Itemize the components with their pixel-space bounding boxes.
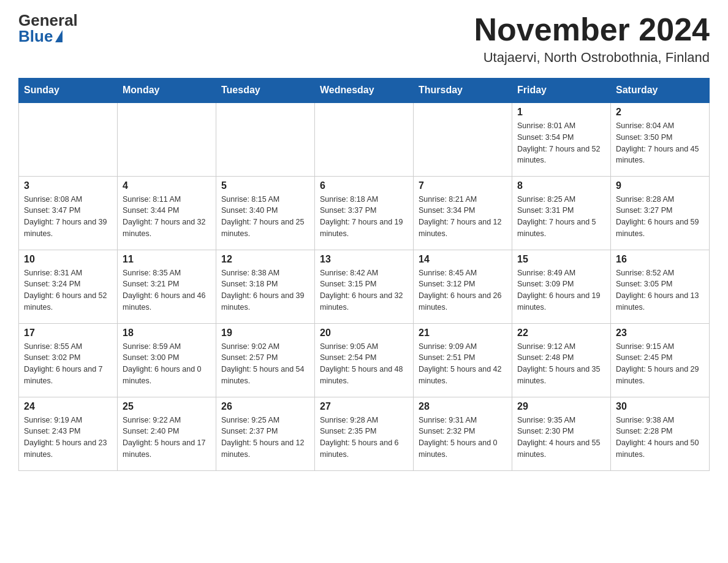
day-number: 30	[616, 401, 704, 412]
day-info: Sunrise: 9:09 AMSunset: 2:51 PMDaylight:…	[419, 341, 507, 387]
calendar-week-row: 17Sunrise: 8:55 AMSunset: 3:02 PMDayligh…	[19, 323, 710, 397]
day-info: Sunrise: 9:19 AMSunset: 2:43 PMDaylight:…	[24, 415, 112, 461]
day-number: 18	[123, 327, 211, 339]
page-header: General Blue November 2024 Utajaervi, No…	[18, 12, 710, 66]
calendar-cell: 12Sunrise: 8:38 AMSunset: 3:18 PMDayligh…	[216, 250, 315, 323]
calendar-cell: 20Sunrise: 9:05 AMSunset: 2:54 PMDayligh…	[315, 323, 414, 397]
day-info: Sunrise: 9:22 AMSunset: 2:40 PMDaylight:…	[123, 415, 211, 461]
day-info: Sunrise: 8:35 AMSunset: 3:21 PMDaylight:…	[123, 267, 211, 313]
column-header-sunday: Sunday	[19, 79, 118, 103]
calendar-week-row: 10Sunrise: 8:31 AMSunset: 3:24 PMDayligh…	[19, 250, 710, 323]
day-info: Sunrise: 9:12 AMSunset: 2:48 PMDaylight:…	[517, 341, 605, 387]
calendar-week-row: 1Sunrise: 8:01 AMSunset: 3:54 PMDaylight…	[19, 102, 710, 176]
calendar-header-row: SundayMondayTuesdayWednesdayThursdayFrid…	[19, 79, 710, 103]
day-info: Sunrise: 9:15 AMSunset: 2:45 PMDaylight:…	[616, 341, 704, 387]
day-number: 5	[221, 180, 309, 191]
day-number: 11	[123, 254, 211, 265]
calendar-cell: 23Sunrise: 9:15 AMSunset: 2:45 PMDayligh…	[611, 323, 710, 397]
calendar-cell	[19, 102, 118, 176]
day-number: 13	[320, 254, 408, 265]
day-number: 22	[517, 327, 605, 339]
logo-triangle-icon	[55, 30, 63, 42]
day-number: 29	[517, 401, 605, 412]
day-number: 9	[616, 180, 704, 191]
day-number: 12	[221, 254, 309, 265]
location-title: Utajaervi, North Ostrobothnia, Finland	[474, 50, 710, 66]
calendar-cell: 2Sunrise: 8:04 AMSunset: 3:50 PMDaylight…	[611, 102, 710, 176]
day-info: Sunrise: 8:49 AMSunset: 3:09 PMDaylight:…	[517, 267, 605, 313]
day-number: 7	[419, 180, 507, 191]
day-info: Sunrise: 8:15 AMSunset: 3:40 PMDaylight:…	[221, 194, 309, 240]
calendar-table: SundayMondayTuesdayWednesdayThursdayFrid…	[18, 78, 710, 471]
calendar-cell: 1Sunrise: 8:01 AMSunset: 3:54 PMDaylight…	[512, 102, 611, 176]
calendar-cell: 30Sunrise: 9:38 AMSunset: 2:28 PMDayligh…	[611, 397, 710, 470]
calendar-cell: 29Sunrise: 9:35 AMSunset: 2:30 PMDayligh…	[512, 397, 611, 470]
calendar-cell: 5Sunrise: 8:15 AMSunset: 3:40 PMDaylight…	[216, 176, 315, 250]
calendar-cell: 21Sunrise: 9:09 AMSunset: 2:51 PMDayligh…	[414, 323, 512, 397]
logo-blue-text: Blue	[18, 28, 63, 44]
calendar-week-row: 24Sunrise: 9:19 AMSunset: 2:43 PMDayligh…	[19, 397, 710, 470]
day-info: Sunrise: 9:38 AMSunset: 2:28 PMDaylight:…	[616, 415, 704, 461]
day-info: Sunrise: 8:28 AMSunset: 3:27 PMDaylight:…	[616, 194, 704, 240]
column-header-monday: Monday	[118, 79, 216, 103]
day-info: Sunrise: 8:08 AMSunset: 3:47 PMDaylight:…	[24, 194, 112, 240]
calendar-cell: 19Sunrise: 9:02 AMSunset: 2:57 PMDayligh…	[216, 323, 315, 397]
calendar-cell: 24Sunrise: 9:19 AMSunset: 2:43 PMDayligh…	[19, 397, 118, 470]
month-title: November 2024	[474, 12, 710, 47]
day-info: Sunrise: 8:11 AMSunset: 3:44 PMDaylight:…	[123, 194, 211, 240]
calendar-cell: 28Sunrise: 9:31 AMSunset: 2:32 PMDayligh…	[414, 397, 512, 470]
day-number: 28	[419, 401, 507, 412]
day-info: Sunrise: 8:45 AMSunset: 3:12 PMDaylight:…	[419, 267, 507, 313]
day-info: Sunrise: 8:42 AMSunset: 3:15 PMDaylight:…	[320, 267, 408, 313]
day-info: Sunrise: 8:38 AMSunset: 3:18 PMDaylight:…	[221, 267, 309, 313]
calendar-week-row: 3Sunrise: 8:08 AMSunset: 3:47 PMDaylight…	[19, 176, 710, 250]
day-info: Sunrise: 9:35 AMSunset: 2:30 PMDaylight:…	[517, 415, 605, 461]
calendar-cell: 8Sunrise: 8:25 AMSunset: 3:31 PMDaylight…	[512, 176, 611, 250]
calendar-cell: 16Sunrise: 8:52 AMSunset: 3:05 PMDayligh…	[611, 250, 710, 323]
day-info: Sunrise: 9:28 AMSunset: 2:35 PMDaylight:…	[320, 415, 408, 461]
calendar-cell: 9Sunrise: 8:28 AMSunset: 3:27 PMDaylight…	[611, 176, 710, 250]
calendar-cell: 18Sunrise: 8:59 AMSunset: 3:00 PMDayligh…	[118, 323, 216, 397]
day-number: 6	[320, 180, 408, 191]
calendar-cell: 6Sunrise: 8:18 AMSunset: 3:37 PMDaylight…	[315, 176, 414, 250]
calendar-cell: 4Sunrise: 8:11 AMSunset: 3:44 PMDaylight…	[118, 176, 216, 250]
calendar-cell: 25Sunrise: 9:22 AMSunset: 2:40 PMDayligh…	[118, 397, 216, 470]
day-info: Sunrise: 9:25 AMSunset: 2:37 PMDaylight:…	[221, 415, 309, 461]
day-info: Sunrise: 9:02 AMSunset: 2:57 PMDaylight:…	[221, 341, 309, 387]
calendar-cell	[216, 102, 315, 176]
day-number: 1	[517, 107, 605, 118]
day-info: Sunrise: 8:04 AMSunset: 3:50 PMDaylight:…	[616, 120, 704, 166]
day-number: 23	[616, 327, 704, 339]
calendar-cell: 17Sunrise: 8:55 AMSunset: 3:02 PMDayligh…	[19, 323, 118, 397]
day-info: Sunrise: 9:31 AMSunset: 2:32 PMDaylight:…	[419, 415, 507, 461]
column-header-thursday: Thursday	[414, 79, 512, 103]
calendar-cell: 15Sunrise: 8:49 AMSunset: 3:09 PMDayligh…	[512, 250, 611, 323]
day-number: 19	[221, 327, 309, 339]
day-number: 25	[123, 401, 211, 412]
calendar-cell	[414, 102, 512, 176]
day-number: 4	[123, 180, 211, 191]
day-number: 16	[616, 254, 704, 265]
day-number: 27	[320, 401, 408, 412]
day-info: Sunrise: 9:05 AMSunset: 2:54 PMDaylight:…	[320, 341, 408, 387]
calendar-cell	[118, 102, 216, 176]
day-number: 2	[616, 107, 704, 118]
column-header-friday: Friday	[512, 79, 611, 103]
calendar-cell: 7Sunrise: 8:21 AMSunset: 3:34 PMDaylight…	[414, 176, 512, 250]
day-info: Sunrise: 8:59 AMSunset: 3:00 PMDaylight:…	[123, 341, 211, 387]
calendar-cell: 3Sunrise: 8:08 AMSunset: 3:47 PMDaylight…	[19, 176, 118, 250]
calendar-cell: 11Sunrise: 8:35 AMSunset: 3:21 PMDayligh…	[118, 250, 216, 323]
calendar-cell: 14Sunrise: 8:45 AMSunset: 3:12 PMDayligh…	[414, 250, 512, 323]
title-area: November 2024 Utajaervi, North Ostroboth…	[474, 12, 710, 66]
day-info: Sunrise: 8:31 AMSunset: 3:24 PMDaylight:…	[24, 267, 112, 313]
calendar-cell	[315, 102, 414, 176]
calendar-cell: 22Sunrise: 9:12 AMSunset: 2:48 PMDayligh…	[512, 323, 611, 397]
day-number: 20	[320, 327, 408, 339]
day-number: 21	[419, 327, 507, 339]
logo-general-text: General	[18, 12, 78, 28]
column-header-wednesday: Wednesday	[315, 79, 414, 103]
day-number: 15	[517, 254, 605, 265]
column-header-saturday: Saturday	[611, 79, 710, 103]
day-number: 3	[24, 180, 112, 191]
day-number: 17	[24, 327, 112, 339]
